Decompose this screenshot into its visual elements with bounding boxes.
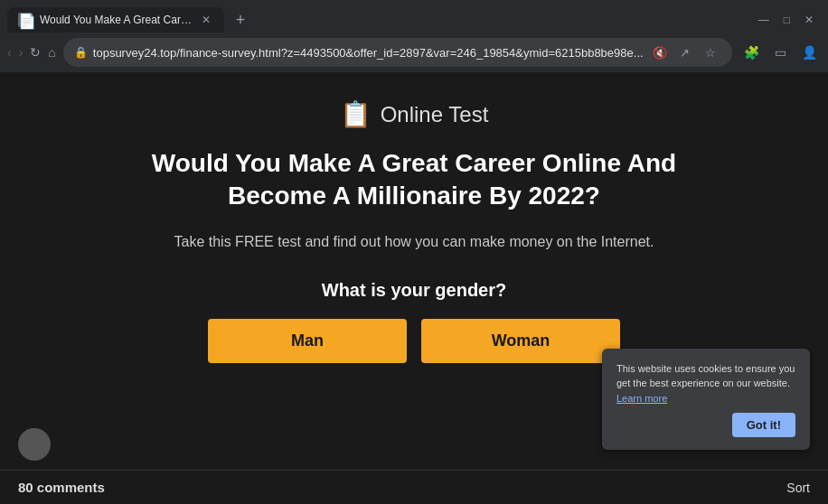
tab-favicon: 📄 [18, 13, 33, 27]
forward-button[interactable]: › [19, 40, 24, 65]
man-button[interactable]: Man [208, 319, 407, 363]
sort-label[interactable]: Sort [786, 481, 810, 495]
reload-button[interactable]: ↻ [30, 40, 41, 65]
page-header: 📋 Online Test [340, 99, 489, 129]
cookie-text: This website uses cookies to ensure you … [616, 361, 795, 406]
profile-button[interactable]: 👤 [797, 40, 823, 65]
tab-bar: 📄 Would You Make A Great Career... ✕ + —… [0, 0, 828, 33]
back-button[interactable]: ‹ [7, 40, 12, 65]
tab-close-button[interactable]: ✕ [199, 13, 213, 27]
bookmark-icon[interactable]: ☆ [700, 42, 721, 63]
learn-more-link[interactable]: Learn more [616, 393, 667, 404]
toolbar: 🧩 ▭ 👤 ⋮ [739, 40, 828, 65]
omnibox-actions: 🔇 ↗ ☆ [649, 42, 721, 63]
comments-count: 80 comments [18, 480, 105, 495]
share-icon[interactable]: ↗ [674, 42, 696, 63]
tab-title: Would You Make A Great Career... [40, 14, 192, 26]
browser-chrome: 📄 Would You Make A Great Career... ✕ + —… [0, 0, 828, 72]
home-button[interactable]: ⌂ [48, 40, 55, 65]
page-content: 📋 Online Test Would You Make A Great Car… [0, 72, 828, 504]
avatar [18, 428, 51, 461]
active-tab[interactable]: 📄 Would You Make A Great Career... ✕ [7, 7, 224, 33]
sub-text: Take this FREE test and find out how you… [174, 231, 654, 253]
omnibox-bar: ‹ › ↻ ⌂ 🔒 topsurvey24.top/finance-survey… [0, 33, 828, 72]
comments-section: 80 comments Sort [0, 470, 828, 504]
new-tab-button[interactable]: + [228, 7, 253, 33]
lock-icon: 🔒 [74, 46, 88, 59]
online-test-icon: 📋 [340, 99, 372, 129]
close-button[interactable]: ✕ [804, 14, 814, 26]
woman-button[interactable]: Woman [421, 319, 620, 363]
main-heading: Would You Make A Great Career Online And… [134, 147, 694, 213]
cookie-banner: This website uses cookies to ensure you … [602, 349, 810, 451]
maximize-button[interactable]: □ [784, 14, 790, 26]
extensions-button[interactable]: 🧩 [739, 40, 765, 65]
gender-question: What is your gender? [322, 280, 506, 301]
window-controls: — □ ✕ [758, 14, 821, 26]
address-bar[interactable]: 🔒 topsurvey24.top/finance-survey.html?z=… [63, 38, 732, 67]
mute-icon[interactable]: 🔇 [649, 42, 671, 63]
got-it-button[interactable]: Got it! [732, 413, 795, 437]
minimize-button[interactable]: — [758, 14, 769, 26]
cast-button[interactable]: ▭ [768, 40, 794, 65]
online-test-title: Online Test [381, 102, 489, 127]
url-text: topsurvey24.top/finance-survey.html?z=44… [93, 46, 644, 60]
gender-buttons-container: Man Woman [208, 319, 620, 363]
